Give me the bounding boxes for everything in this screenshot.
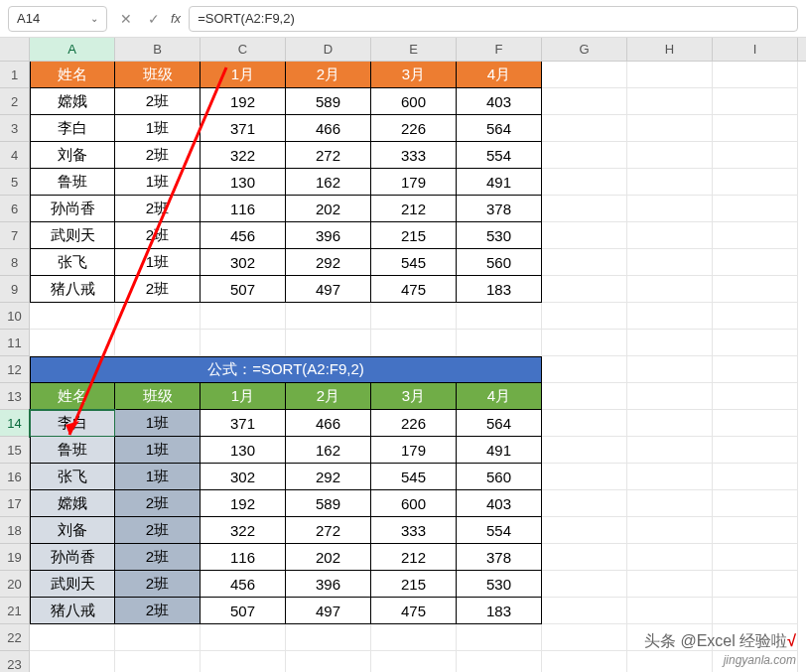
table2-cell[interactable]: 嫦娥 bbox=[30, 490, 115, 517]
table2-cell[interactable]: 322 bbox=[201, 517, 286, 544]
empty-cell[interactable] bbox=[713, 330, 798, 356]
table1-cell[interactable]: 497 bbox=[286, 276, 371, 303]
empty-cell[interactable] bbox=[286, 330, 371, 356]
empty-cell[interactable] bbox=[542, 598, 627, 624]
empty-cell[interactable] bbox=[713, 437, 798, 464]
table2-cell[interactable]: 202 bbox=[286, 544, 371, 571]
table2-cell[interactable]: 589 bbox=[286, 490, 371, 517]
table2-cell[interactable]: 猪八戒 bbox=[30, 598, 115, 624]
empty-cell[interactable] bbox=[371, 624, 457, 651]
table1-cell[interactable]: 179 bbox=[371, 169, 457, 196]
row-header-12[interactable]: 12 bbox=[0, 356, 30, 383]
table1-header-cell[interactable]: 2月 bbox=[286, 62, 371, 88]
table2-cell[interactable]: 130 bbox=[201, 437, 286, 464]
table1-cell[interactable]: 嫦娥 bbox=[30, 88, 115, 115]
empty-cell[interactable] bbox=[457, 624, 542, 651]
table2-header-cell[interactable]: 班级 bbox=[115, 383, 201, 410]
table1-cell[interactable]: 475 bbox=[371, 276, 457, 303]
empty-cell[interactable] bbox=[542, 142, 627, 169]
empty-cell[interactable] bbox=[201, 624, 286, 651]
empty-cell[interactable] bbox=[457, 330, 542, 356]
row-header-2[interactable]: 2 bbox=[0, 88, 30, 115]
column-header-A[interactable]: A bbox=[30, 38, 115, 61]
empty-cell[interactable] bbox=[542, 383, 627, 410]
table2-cell[interactable]: 560 bbox=[457, 464, 542, 490]
table1-cell[interactable]: 张飞 bbox=[30, 249, 115, 276]
table1-cell[interactable]: 466 bbox=[286, 115, 371, 142]
table1-cell[interactable]: 507 bbox=[201, 276, 286, 303]
table2-header-cell[interactable]: 姓名 bbox=[30, 383, 115, 410]
empty-cell[interactable] bbox=[627, 249, 713, 276]
table1-header-cell[interactable]: 3月 bbox=[371, 62, 457, 88]
empty-cell[interactable] bbox=[457, 651, 542, 672]
row-header-17[interactable]: 17 bbox=[0, 490, 30, 517]
table1-cell[interactable]: 371 bbox=[201, 115, 286, 142]
table2-cell[interactable]: 226 bbox=[371, 410, 457, 437]
table2-header-cell[interactable]: 2月 bbox=[286, 383, 371, 410]
empty-cell[interactable] bbox=[542, 169, 627, 196]
empty-cell[interactable] bbox=[542, 356, 627, 383]
row-header-4[interactable]: 4 bbox=[0, 142, 30, 169]
table2-cell[interactable]: 466 bbox=[286, 410, 371, 437]
empty-cell[interactable] bbox=[542, 330, 627, 356]
table2-cell[interactable]: 鲁班 bbox=[30, 437, 115, 464]
table1-cell[interactable]: 215 bbox=[371, 222, 457, 249]
row-header-20[interactable]: 20 bbox=[0, 571, 30, 598]
table1-cell[interactable]: 272 bbox=[286, 142, 371, 169]
table2-cell[interactable]: 武则天 bbox=[30, 571, 115, 598]
row-header-16[interactable]: 16 bbox=[0, 464, 30, 490]
table2-cell[interactable]: 1班 bbox=[115, 410, 201, 437]
table1-cell[interactable]: 2班 bbox=[115, 142, 201, 169]
column-header-I[interactable]: I bbox=[713, 38, 798, 61]
table2-cell[interactable]: 545 bbox=[371, 464, 457, 490]
column-header-F[interactable]: F bbox=[457, 38, 542, 61]
chevron-down-icon[interactable]: ⌄ bbox=[90, 13, 98, 24]
empty-cell[interactable] bbox=[371, 303, 457, 330]
empty-cell[interactable] bbox=[30, 330, 115, 356]
table2-cell[interactable]: 378 bbox=[457, 544, 542, 571]
empty-cell[interactable] bbox=[30, 303, 115, 330]
empty-cell[interactable] bbox=[627, 490, 713, 517]
table2-cell[interactable]: 162 bbox=[286, 437, 371, 464]
column-header-G[interactable]: G bbox=[542, 38, 627, 61]
table1-cell[interactable]: 1班 bbox=[115, 249, 201, 276]
table1-cell[interactable]: 554 bbox=[457, 142, 542, 169]
table2-cell[interactable]: 215 bbox=[371, 571, 457, 598]
formula-bar[interactable]: =SORT(A2:F9,2) bbox=[189, 6, 798, 32]
column-header-D[interactable]: D bbox=[286, 38, 371, 61]
table1-header-cell[interactable]: 1月 bbox=[201, 62, 286, 88]
row-header-9[interactable]: 9 bbox=[0, 276, 30, 303]
empty-cell[interactable] bbox=[713, 464, 798, 490]
cancel-icon[interactable]: ✕ bbox=[115, 8, 137, 30]
empty-cell[interactable] bbox=[371, 330, 457, 356]
row-header-19[interactable]: 19 bbox=[0, 544, 30, 571]
table2-cell[interactable]: 179 bbox=[371, 437, 457, 464]
empty-cell[interactable] bbox=[457, 303, 542, 330]
active-cell[interactable]: 李白 bbox=[30, 410, 115, 437]
table1-cell[interactable]: 378 bbox=[457, 196, 542, 222]
empty-cell[interactable] bbox=[115, 651, 201, 672]
table1-cell[interactable]: 292 bbox=[286, 249, 371, 276]
empty-cell[interactable] bbox=[627, 169, 713, 196]
empty-cell[interactable] bbox=[371, 651, 457, 672]
table1-header-cell[interactable]: 姓名 bbox=[30, 62, 115, 88]
table2-cell[interactable]: 1班 bbox=[115, 437, 201, 464]
empty-cell[interactable] bbox=[713, 276, 798, 303]
empty-cell[interactable] bbox=[627, 196, 713, 222]
empty-cell[interactable] bbox=[286, 624, 371, 651]
empty-cell[interactable] bbox=[627, 88, 713, 115]
table2-cell[interactable]: 272 bbox=[286, 517, 371, 544]
empty-cell[interactable] bbox=[542, 437, 627, 464]
empty-cell[interactable] bbox=[542, 544, 627, 571]
empty-cell[interactable] bbox=[627, 62, 713, 88]
table1-cell[interactable]: 396 bbox=[286, 222, 371, 249]
empty-cell[interactable] bbox=[713, 571, 798, 598]
table2-cell[interactable]: 507 bbox=[201, 598, 286, 624]
table2-cell[interactable]: 1班 bbox=[115, 464, 201, 490]
table1-cell[interactable]: 2班 bbox=[115, 276, 201, 303]
column-header-B[interactable]: B bbox=[115, 38, 201, 61]
table2-cell[interactable]: 192 bbox=[201, 490, 286, 517]
row-header-8[interactable]: 8 bbox=[0, 249, 30, 276]
table2-cell[interactable]: 2班 bbox=[115, 490, 201, 517]
empty-cell[interactable] bbox=[627, 222, 713, 249]
